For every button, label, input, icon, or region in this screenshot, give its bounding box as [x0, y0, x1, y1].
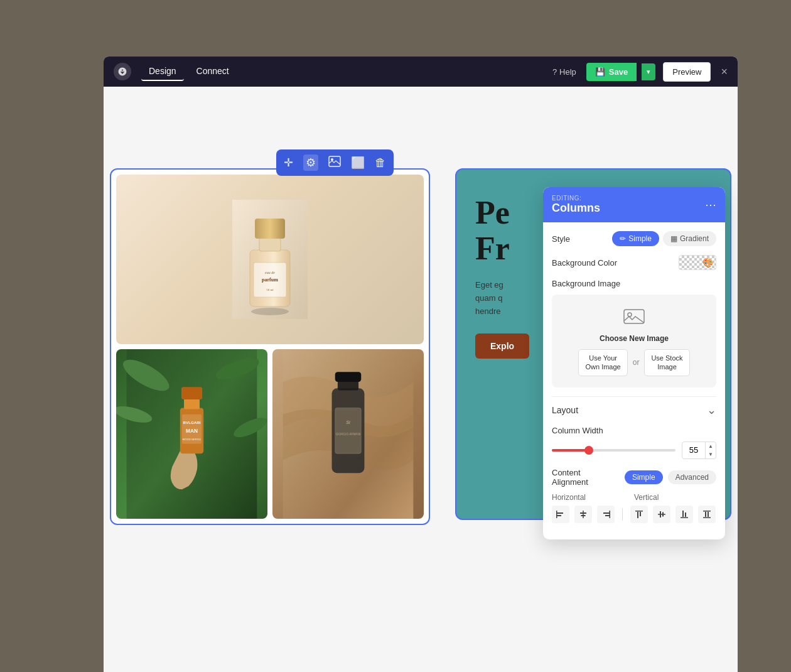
svg-rect-27	[335, 408, 362, 453]
panel-header: EDITING: Columns ⋯	[543, 187, 725, 222]
svg-rect-51	[703, 517, 711, 518]
color-picker-icon: 🎨	[702, 257, 713, 268]
svg-rect-47	[682, 511, 684, 517]
svg-point-31	[628, 313, 632, 317]
svg-text:GIORGIO ARMANI: GIORGIO ARMANI	[336, 433, 361, 436]
background-color-swatch[interactable]: 🎨	[679, 255, 716, 270]
svg-rect-18	[181, 387, 202, 399]
column-width-label: Column Width	[552, 426, 716, 435]
svg-text:MAN: MAN	[186, 428, 198, 434]
slider-thumb[interactable]	[584, 446, 593, 455]
image-upload-area: Choose New Image Use YourOwn Image or Us…	[552, 295, 716, 387]
valign-bottom-button[interactable]	[675, 506, 693, 523]
svg-rect-5	[259, 237, 281, 251]
align-icons-divider	[622, 508, 623, 521]
panel-editing-label: EDITING:	[552, 195, 600, 202]
valign-justify-button[interactable]	[698, 506, 716, 523]
use-stock-image-button[interactable]: Use StockImage	[644, 349, 689, 376]
valign-middle-button[interactable]	[653, 506, 670, 523]
align-center-button[interactable]	[574, 506, 592, 523]
svg-rect-25	[338, 381, 358, 391]
svg-rect-41	[637, 512, 638, 518]
svg-rect-37	[583, 511, 584, 518]
svg-rect-42	[640, 512, 641, 516]
content-align-simple-button[interactable]: Simple	[625, 470, 663, 484]
svg-rect-30	[624, 310, 644, 323]
main-perfume-image: eau de parfum 50 ml	[116, 175, 424, 344]
save-icon: 💾	[595, 67, 605, 77]
svg-text:eau de: eau de	[265, 271, 275, 274]
vertical-label: Vertical	[634, 493, 716, 502]
align-labels-row: Horizontal Vertical	[552, 493, 716, 502]
svg-point-3	[251, 308, 289, 315]
align-left-button[interactable]	[552, 506, 569, 523]
svg-rect-48	[685, 512, 686, 517]
toolbar-move-icon[interactable]: ✛	[284, 156, 293, 170]
column-width-value: 55	[682, 443, 705, 457]
upload-icon	[559, 306, 709, 330]
upload-text: Choose New Image	[559, 334, 709, 343]
slider-fill	[552, 449, 589, 452]
editor-content: ✛ ⚙ ⬜ 🗑	[104, 87, 738, 672]
svg-rect-39	[605, 515, 610, 516]
panel-style-row: Style ✏ Simple ▦ Gradient	[552, 231, 716, 246]
svg-rect-43	[635, 511, 643, 512]
svg-rect-0	[329, 156, 340, 166]
app-logo	[114, 63, 131, 80]
edit-panel: EDITING: Columns ⋯ Style ✏ Simple	[543, 187, 725, 539]
svg-text:BVLGARI: BVLGARI	[183, 420, 201, 425]
column-width-value-box: 55 ▲ ▼	[682, 442, 716, 459]
svg-rect-50	[703, 511, 711, 512]
style-gradient-button[interactable]: ▦ Gradient	[663, 231, 716, 246]
content-align-advanced-button[interactable]: Advanced	[668, 470, 716, 484]
style-simple-button[interactable]: ✏ Simple	[612, 231, 659, 246]
nav-close-button[interactable]: ×	[721, 65, 728, 79]
help-icon: ?	[552, 67, 557, 77]
nav-help[interactable]: ? Help	[552, 67, 576, 77]
nav-preview-button[interactable]: Preview	[663, 62, 711, 82]
panel-bg-color-row: Background Color 🎨	[552, 255, 716, 270]
content-alignment-label: ContentAlignment	[552, 468, 620, 487]
left-image-column: eau de parfum 50 ml	[110, 168, 430, 525]
bottom-images: BVLGARI MAN WOOD NEROLI	[116, 349, 424, 519]
panel-divider-1	[552, 396, 716, 397]
panel-style-label: Style	[552, 234, 570, 244]
panel-bg-color-label: Background Color	[552, 258, 617, 268]
column-width-slider-row: 55 ▲ ▼	[552, 442, 716, 459]
svg-text:WOOD NEROLI: WOOD NEROLI	[183, 438, 202, 441]
nav-tab-connect[interactable]: Connect	[189, 62, 237, 81]
toolbar-image-icon[interactable]	[328, 156, 341, 170]
align-icons-row	[552, 506, 716, 523]
nav-save-button[interactable]: 💾 Save	[586, 63, 637, 81]
svg-text:50 ml: 50 ml	[266, 288, 274, 291]
right-explore-button[interactable]: Explo	[475, 333, 529, 359]
layout-label: Layout	[552, 405, 578, 415]
svg-rect-32	[557, 512, 563, 514]
svg-text:Si: Si	[346, 420, 350, 425]
slider-arrows: ▲ ▼	[705, 442, 716, 458]
slider-down-arrow[interactable]: ▼	[706, 450, 716, 458]
svg-rect-26	[335, 372, 362, 382]
nav-save-dropdown[interactable]: ▾	[642, 63, 655, 80]
svg-rect-6	[255, 219, 285, 239]
content-align-header: ContentAlignment Simple Advanced	[552, 468, 716, 487]
toolbar-layout-icon[interactable]: ⬜	[351, 156, 365, 170]
bg-left	[0, 0, 104, 672]
gradient-icon: ▦	[670, 234, 677, 243]
pencil-icon: ✏	[620, 234, 626, 243]
svg-rect-46	[658, 514, 665, 515]
toolbar-settings-icon[interactable]: ⚙	[303, 154, 318, 171]
use-own-image-button[interactable]: Use YourOwn Image	[578, 349, 627, 376]
valign-top-button[interactable]	[630, 506, 648, 523]
svg-rect-53	[708, 512, 709, 517]
panel-menu-dots[interactable]: ⋯	[705, 198, 716, 212]
column-width-slider[interactable]	[552, 449, 675, 452]
svg-rect-33	[557, 515, 561, 516]
toolbar-delete-icon[interactable]: 🗑	[375, 156, 386, 170]
svg-rect-52	[705, 512, 706, 517]
layout-chevron-icon[interactable]: ⌄	[707, 403, 716, 417]
top-nav: Design Connect ? Help 💾 Save ▾ Preview ×	[104, 57, 738, 87]
slider-up-arrow[interactable]: ▲	[706, 442, 716, 450]
nav-tab-design[interactable]: Design	[141, 62, 184, 81]
align-right-button[interactable]	[597, 506, 615, 523]
